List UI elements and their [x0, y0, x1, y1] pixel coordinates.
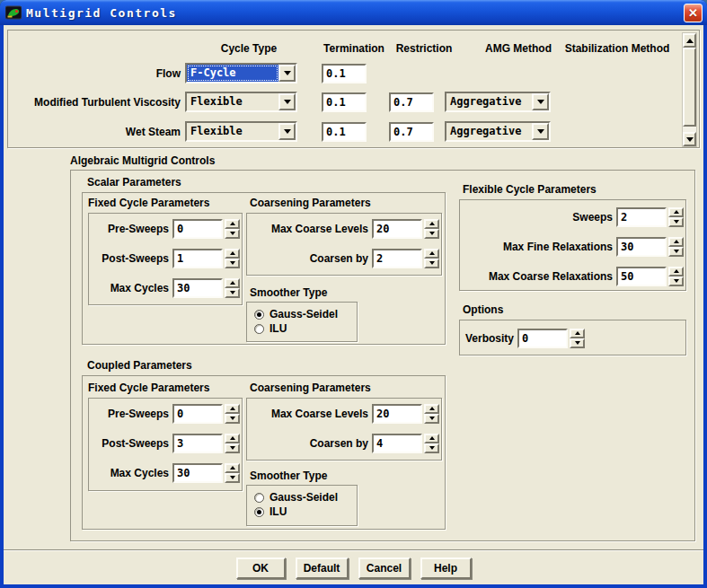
- wet-steam-termination-input[interactable]: [322, 122, 367, 142]
- wet-steam-label: Wet Steam: [8, 126, 181, 138]
- coupled-max-cycles-input[interactable]: [172, 463, 223, 483]
- equations-scrollbar[interactable]: [682, 32, 697, 147]
- spinner-down-button[interactable]: [225, 443, 240, 453]
- cancel-button[interactable]: Cancel: [358, 557, 411, 579]
- dropdown-value: Flexible: [187, 123, 278, 140]
- spinner-down-button[interactable]: [225, 288, 240, 298]
- chevron-down-icon[interactable]: [532, 93, 549, 110]
- coupled-pre-sweeps-input[interactable]: [172, 404, 223, 424]
- flow-cycle-type-dropdown[interactable]: F-Cycle: [185, 63, 297, 83]
- scroll-up-icon: [686, 39, 694, 43]
- coupled-post-sweeps-input[interactable]: [172, 434, 223, 453]
- spinner-up-button[interactable]: [424, 249, 439, 259]
- spinner-up-button[interactable]: [225, 249, 240, 259]
- spinner-down-button[interactable]: [424, 443, 439, 453]
- spinner-down-icon: [429, 261, 435, 265]
- scalar-max-cycles-input[interactable]: [172, 278, 223, 298]
- options-frame: Verbosity: [459, 320, 686, 355]
- spinner-up-button[interactable]: [424, 434, 439, 443]
- wet-steam-cycle-type-dropdown[interactable]: Flexible: [185, 121, 297, 142]
- spinner-up-icon: [674, 210, 679, 214]
- spinner-down-icon: [429, 446, 435, 450]
- chevron-down-icon[interactable]: [278, 123, 296, 140]
- scroll-thumb[interactable]: [683, 48, 696, 127]
- scalar-coarsen-by-input[interactable]: [372, 249, 422, 268]
- scalar-smoother-ilu-radio[interactable]: ILU: [247, 321, 357, 336]
- sweeps-input[interactable]: [616, 207, 667, 227]
- help-button[interactable]: Help: [420, 557, 472, 579]
- mtv-termination-input[interactable]: [322, 92, 367, 112]
- spinner-down-button[interactable]: [668, 276, 684, 286]
- spinner-up-button[interactable]: [424, 219, 439, 229]
- coupled-max-coarse-levels-input[interactable]: [372, 404, 422, 424]
- scroll-up-button[interactable]: [683, 33, 696, 48]
- scalar-max-cycles-spinner: [225, 278, 240, 298]
- scalar-smoother-frame: Gauss-Seidel ILU: [246, 302, 358, 342]
- close-button[interactable]: ✕: [684, 4, 703, 22]
- scalar-max-coarse-levels-input[interactable]: [372, 219, 422, 239]
- spinner-down-button[interactable]: [225, 229, 240, 239]
- coupled-coarsen-by-spinner: [424, 434, 439, 453]
- spinner-down-icon: [230, 476, 235, 479]
- scalar-pre-sweeps-input[interactable]: [172, 219, 223, 239]
- spinner-down-button[interactable]: [424, 229, 439, 239]
- spinner-down-button[interactable]: [424, 259, 439, 268]
- spinner-up-button[interactable]: [424, 404, 439, 414]
- spinner-down-button[interactable]: [570, 338, 585, 348]
- radio-icon: [254, 493, 264, 503]
- spinner-up-icon: [230, 407, 235, 410]
- scalar-fixed-title: Fixed Cycle Parameters: [88, 197, 209, 209]
- spinner-up-button[interactable]: [225, 404, 240, 414]
- spinner-up-button[interactable]: [668, 207, 684, 217]
- spinner-up-button[interactable]: [225, 219, 240, 229]
- mtv-cycle-type-dropdown[interactable]: Flexible: [185, 92, 297, 112]
- wet-steam-restriction-input[interactable]: [389, 122, 434, 142]
- coupled-smoother-ilu-radio[interactable]: ILU: [247, 505, 357, 519]
- scalar-coarsening-title: Coarsening Parameters: [250, 197, 371, 209]
- equations-panel: Cycle Type Termination Restriction AMG M…: [7, 30, 700, 148]
- spinner-down-icon: [674, 250, 679, 253]
- verbosity-input[interactable]: [517, 329, 568, 348]
- field-row: Post-Sweeps: [89, 428, 242, 458]
- flow-termination-input[interactable]: [322, 64, 367, 83]
- chevron-down-icon[interactable]: [278, 65, 296, 82]
- spinner-down-button[interactable]: [225, 473, 240, 483]
- coupled-smoother-title: Smoother Type: [250, 470, 327, 482]
- coupled-coarsen-by-input[interactable]: [372, 434, 422, 453]
- field-row: Max Coarse Levels: [247, 214, 441, 243]
- coupled-fixed-title: Fixed Cycle Parameters: [88, 382, 209, 394]
- spinner-down-button[interactable]: [668, 247, 684, 257]
- spinner-down-button[interactable]: [225, 414, 240, 424]
- mtv-restriction-input[interactable]: [389, 92, 434, 112]
- coupled-smoother-gauss-seidel-radio[interactable]: Gauss-Seidel: [247, 490, 357, 505]
- spinner-up-button[interactable]: [668, 237, 684, 247]
- spinner-down-button[interactable]: [225, 259, 240, 268]
- scroll-down-button[interactable]: [683, 132, 696, 146]
- default-button[interactable]: Default: [296, 557, 349, 579]
- ok-button[interactable]: OK: [236, 557, 286, 579]
- spinner-down-button[interactable]: [424, 414, 439, 424]
- mtv-amg-method-dropdown[interactable]: Aggregative: [445, 92, 551, 112]
- sweeps-label: Sweeps: [464, 211, 613, 224]
- max-coarse-relaxations-label: Max Coarse Relaxations: [464, 270, 613, 283]
- spinner-down-button[interactable]: [668, 217, 684, 227]
- scalar-max-coarse-levels-label: Max Coarse Levels: [251, 223, 368, 235]
- spinner-up-icon: [575, 331, 580, 335]
- chevron-down-icon[interactable]: [278, 93, 296, 110]
- spinner-up-button[interactable]: [225, 463, 240, 473]
- column-header-cycle-type: Cycle Type: [221, 42, 277, 55]
- max-fine-relaxations-spinner: [668, 237, 684, 257]
- title-bar[interactable]: Multigrid Controls ✕: [0, 0, 707, 25]
- max-fine-relaxations-input[interactable]: [616, 237, 667, 257]
- spinner-up-button[interactable]: [570, 329, 585, 338]
- chevron-down-icon[interactable]: [532, 123, 549, 140]
- spinner-up-button[interactable]: [225, 278, 240, 288]
- max-coarse-relaxations-spinner: [668, 267, 684, 286]
- spinner-up-button[interactable]: [225, 434, 240, 443]
- wet-steam-amg-method-dropdown[interactable]: Aggregative: [445, 121, 551, 142]
- radio-icon: [254, 324, 264, 334]
- spinner-up-button[interactable]: [668, 267, 684, 276]
- max-coarse-relaxations-input[interactable]: [616, 267, 667, 286]
- scalar-post-sweeps-input[interactable]: [172, 249, 223, 268]
- scalar-smoother-gauss-seidel-radio[interactable]: Gauss-Seidel: [247, 307, 357, 321]
